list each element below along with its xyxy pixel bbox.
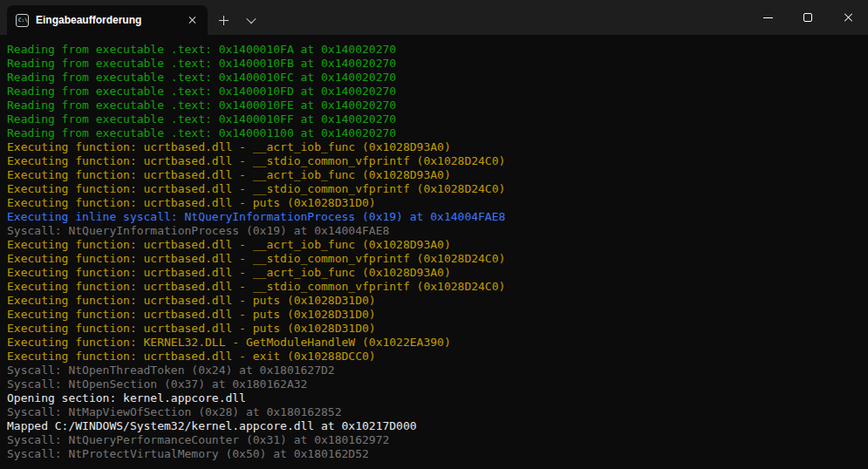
terminal-line: Reading from executable .text: 0x1400010…	[7, 99, 865, 112]
close-icon	[843, 12, 853, 23]
terminal-line: Executing function: ucrtbased.dll - puts…	[7, 322, 865, 336]
tab-strip: C:\ Eingabeaufforderung	[0, 0, 748, 35]
terminal-line: Syscall: NtProtectVirtualMemory (0x50) a…	[7, 447, 865, 461]
terminal-line: Reading from executable .text: 0x1400010…	[7, 71, 865, 85]
tab-close-button[interactable]	[183, 11, 201, 29]
terminal-line: Syscall: NtMapViewOfSection (0x28) at 0x…	[7, 405, 865, 419]
terminal-line: Executing function: ucrtbased.dll - exit…	[7, 350, 865, 364]
terminal-line: Reading from executable .text: 0x1400010…	[7, 57, 865, 71]
maximize-icon	[803, 13, 812, 22]
terminal-line: Opening section: kernel.appcore.dll	[7, 391, 865, 405]
terminal-line: Executing function: ucrtbased.dll - __st…	[7, 154, 865, 168]
terminal-line: Executing function: ucrtbased.dll - __ac…	[7, 140, 865, 154]
terminal-line: Syscall: NtQueryInformationProcess (0x19…	[7, 224, 865, 238]
minimize-button[interactable]	[748, 0, 788, 35]
terminal-line: Executing function: ucrtbased.dll - __st…	[7, 252, 865, 266]
terminal-line: Syscall: NtQueryPerformanceCounter (0x31…	[7, 433, 865, 447]
terminal-line: Executing function: ucrtbased.dll - puts…	[7, 196, 865, 210]
terminal-line: Executing function: KERNEL32.DLL - GetMo…	[7, 336, 865, 350]
cmd-icon-text: C:\	[17, 15, 28, 23]
titlebar[interactable]: C:\ Eingabeaufforderung	[0, 0, 868, 35]
terminal-line: Executing function: ucrtbased.dll - __st…	[7, 182, 865, 196]
terminal-line: Reading from executable .text: 0x1400010…	[7, 85, 865, 99]
tab-eingabeaufforderung[interactable]: C:\ Eingabeaufforderung	[7, 5, 208, 35]
terminal-line: Executing function: ucrtbased.dll - __ac…	[7, 266, 865, 280]
terminal-line: Reading from executable .text: 0x1400010…	[7, 112, 865, 126]
close-button[interactable]	[828, 0, 868, 35]
terminal-line: Executing function: ucrtbased.dll - puts…	[7, 294, 865, 308]
terminal-line: Mapped C:/WINDOWS/System32/kernel.appcor…	[7, 419, 865, 433]
terminal-line: Executing function: ucrtbased.dll - puts…	[7, 308, 865, 322]
terminal-window: C:\ Eingabeaufforderung	[0, 0, 868, 469]
terminal-output[interactable]: Reading from executable .text: 0x1400010…	[0, 35, 868, 469]
plus-icon	[219, 16, 229, 25]
terminal-line: Syscall: NtOpenSection (0x37) at 0x18016…	[7, 377, 865, 391]
terminal-line: Executing function: ucrtbased.dll - __ac…	[7, 168, 865, 182]
close-icon	[188, 16, 196, 24]
terminal-line: Executing inline syscall: NtQueryInforma…	[7, 210, 865, 224]
minimize-icon	[763, 17, 773, 18]
tab-title: Eingabeaufforderung	[36, 14, 176, 26]
terminal-line: Syscall: NtOpenThreadToken (0x24) at 0x1…	[7, 364, 865, 377]
new-tab-button[interactable]	[211, 8, 236, 32]
tab-dropdown-button[interactable]	[239, 8, 263, 32]
cmd-icon: C:\	[16, 14, 29, 27]
maximize-button[interactable]	[788, 0, 828, 35]
terminal-line: Reading from executable .text: 0x1400010…	[7, 43, 865, 57]
chevron-down-icon	[246, 14, 256, 24]
window-controls	[748, 0, 868, 35]
terminal-line: Executing function: ucrtbased.dll - __ac…	[7, 238, 865, 252]
terminal-line: Reading from executable .text: 0x1400011…	[7, 126, 865, 140]
terminal-line: Executing function: ucrtbased.dll - __st…	[7, 280, 865, 294]
